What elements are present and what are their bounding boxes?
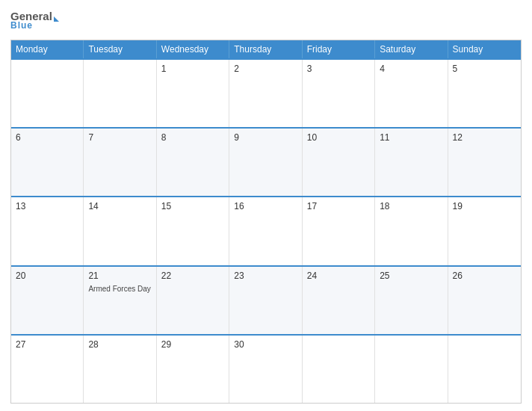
- calendar-week: 12345: [11, 58, 521, 127]
- calendar-day-cell: 9: [229, 129, 302, 196]
- calendar-day-cell: 15: [157, 197, 229, 265]
- calendar-week: 2021Armed Forces Day2223242526: [11, 265, 521, 334]
- calendar-day-cell: 11: [375, 129, 448, 196]
- calendar-header: General Blue: [10, 7, 522, 34]
- day-of-week-header: Friday: [303, 40, 375, 58]
- day-number: 10: [307, 132, 370, 143]
- day-of-week-header: Tuesday: [84, 40, 156, 58]
- calendar-day-cell: 6: [11, 129, 84, 196]
- event-label: Armed Forces Day: [88, 284, 151, 294]
- day-number: 21: [88, 271, 151, 281]
- calendar-day-cell: [11, 60, 84, 127]
- day-number: 18: [380, 201, 442, 211]
- day-number: 17: [307, 201, 370, 211]
- day-number: 16: [234, 201, 297, 211]
- calendar-day-cell: 25: [375, 267, 448, 334]
- day-number: 9: [234, 132, 297, 143]
- calendar-day-cell: 27: [11, 336, 84, 403]
- calendar-day-cell: 4: [375, 60, 448, 127]
- calendar-grid: MondayTuesdayWednesdayThursdayFridaySatu…: [10, 40, 522, 404]
- day-of-week-header: Monday: [11, 40, 84, 58]
- day-of-week-header: Wednesday: [157, 40, 229, 58]
- calendar-day-cell: 29: [157, 336, 229, 403]
- calendar-day-cell: [84, 60, 156, 127]
- calendar-day-cell: 16: [229, 197, 302, 265]
- day-number: 2: [234, 64, 297, 74]
- calendar-day-cell: 13: [11, 197, 84, 265]
- day-number: 5: [453, 64, 516, 74]
- calendar-day-cell: 18: [375, 197, 448, 265]
- day-number: 29: [161, 339, 224, 350]
- day-number: 26: [453, 271, 516, 281]
- day-of-week-header: Thursday: [229, 40, 302, 58]
- calendar-day-cell: 7: [84, 129, 156, 196]
- logo-triangle-icon: [54, 16, 59, 22]
- calendar-day-cell: 10: [303, 129, 375, 196]
- calendar-day-cell: 21Armed Forces Day: [84, 267, 156, 334]
- day-number: 23: [234, 271, 297, 281]
- day-number: 3: [307, 64, 370, 74]
- day-number: 28: [88, 339, 151, 350]
- day-of-week-header: Sunday: [448, 40, 521, 58]
- calendar-day-cell: 19: [448, 197, 521, 265]
- calendar-day-cell: 28: [84, 336, 156, 403]
- day-of-week-header: Saturday: [375, 40, 448, 58]
- calendar-day-cell: 17: [303, 197, 375, 265]
- calendar-day-cell: 20: [11, 267, 84, 334]
- day-number: 19: [453, 201, 516, 211]
- day-number: 15: [161, 201, 224, 211]
- day-number: 25: [380, 271, 442, 281]
- calendar-day-cell: 30: [229, 336, 302, 403]
- calendar-day-cell: 5: [448, 60, 521, 127]
- calendar-day-cell: 24: [303, 267, 375, 334]
- calendar-week: 27282930: [11, 334, 521, 403]
- day-number: 20: [16, 271, 78, 281]
- calendar-week: 6789101112: [11, 127, 521, 196]
- day-number: 12: [453, 132, 516, 143]
- day-number: 24: [307, 271, 370, 281]
- day-number: 6: [16, 132, 78, 143]
- logo-blue-text: Blue: [10, 20, 33, 31]
- calendar-header-row: MondayTuesdayWednesdayThursdayFridaySatu…: [11, 40, 521, 58]
- calendar-day-cell: 3: [303, 60, 375, 127]
- day-number: 4: [380, 64, 442, 74]
- calendar-day-cell: 8: [157, 129, 229, 196]
- calendar-page: General Blue MondayTuesdayWednesdayThurs…: [0, 0, 532, 411]
- day-number: 27: [16, 339, 78, 350]
- calendar-day-cell: [375, 336, 448, 403]
- day-number: 13: [16, 201, 78, 211]
- calendar-day-cell: 22: [157, 267, 229, 334]
- day-number: 30: [234, 339, 297, 350]
- calendar-day-cell: 23: [229, 267, 302, 334]
- calendar-day-cell: [448, 336, 521, 403]
- calendar-day-cell: 1: [157, 60, 229, 127]
- calendar-day-cell: 14: [84, 197, 156, 265]
- logo: General Blue: [10, 10, 59, 31]
- calendar-body: 123456789101112131415161718192021Armed F…: [11, 58, 521, 403]
- calendar-day-cell: 2: [229, 60, 302, 127]
- day-number: 1: [161, 64, 224, 74]
- calendar-day-cell: 26: [448, 267, 521, 334]
- calendar-day-cell: 12: [448, 129, 521, 196]
- calendar-day-cell: [303, 336, 375, 403]
- calendar-week: 13141516171819: [11, 196, 521, 265]
- day-number: 8: [161, 132, 224, 143]
- day-number: 7: [88, 132, 151, 143]
- day-number: 22: [161, 271, 224, 281]
- day-number: 14: [88, 201, 151, 211]
- day-number: 11: [380, 132, 442, 143]
